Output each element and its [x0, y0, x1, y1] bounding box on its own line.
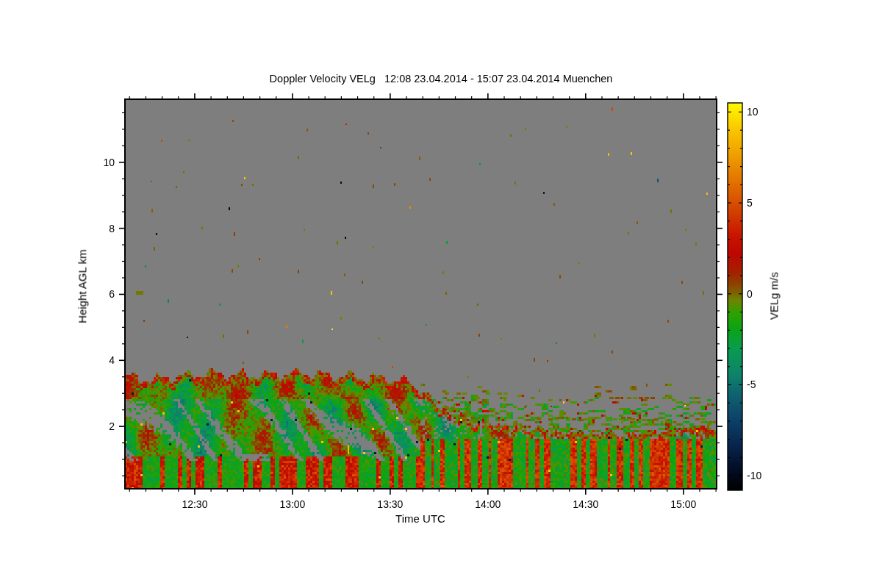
x-tick-label: 15:00: [658, 498, 709, 511]
colorbar-tick-label: 5: [747, 196, 778, 209]
y-tick-label: 8: [81, 222, 115, 235]
y-tick-label: 10: [81, 156, 115, 169]
x-tick-label: 12:30: [169, 498, 220, 511]
x-tick-label: 14:30: [560, 498, 612, 511]
colorbar-tick-label: 10: [747, 105, 778, 118]
y-tick-label: 6: [81, 287, 115, 301]
x-tick-label: 13:30: [365, 498, 416, 511]
x-tick-label: 13:00: [267, 498, 318, 511]
colorbar-tick-label: 0: [747, 287, 778, 301]
colorbar-tick-label: -5: [747, 378, 778, 391]
y-axis-label: Height AGL km: [76, 228, 88, 345]
y-tick-label: 2: [81, 420, 115, 433]
chart-title: Doppler Velocity VELg 12:08 23.04.2014 -…: [0, 73, 882, 85]
doppler-velocity-quicklook: Doppler Velocity VELg 12:08 23.04.2014 -…: [0, 0, 882, 588]
x-tick-label: 14:00: [462, 498, 514, 511]
colorbar-tick-label: -10: [747, 469, 778, 482]
y-tick-label: 4: [81, 354, 115, 367]
x-axis-label: Time UTC: [273, 512, 567, 525]
